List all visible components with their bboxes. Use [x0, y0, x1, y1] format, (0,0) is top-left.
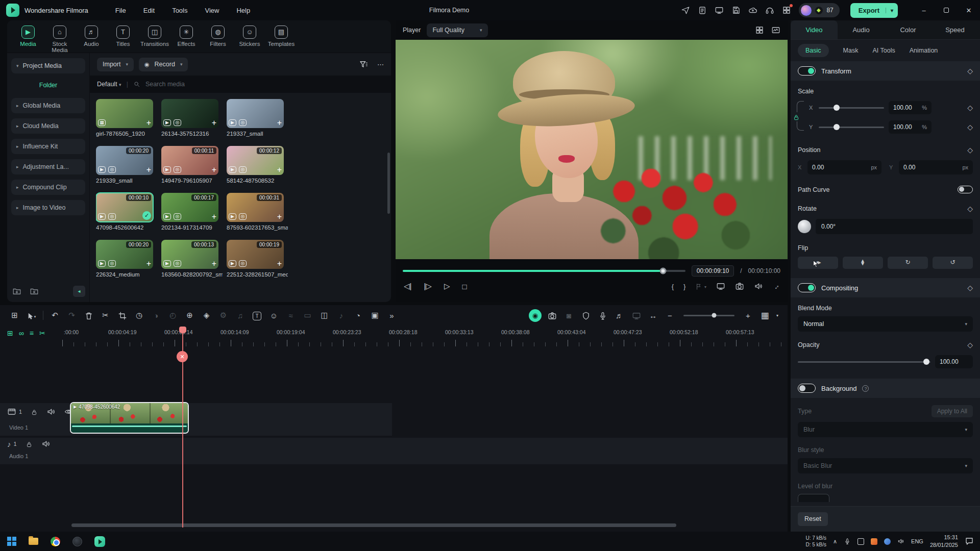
- position-y-input[interactable]: 0.00px: [899, 160, 973, 174]
- mute-track-icon[interactable]: [46, 407, 56, 416]
- tray-mic-icon[interactable]: [844, 538, 851, 545]
- menu-view[interactable]: View: [196, 7, 228, 14]
- filmora-taskbar-icon[interactable]: [94, 536, 105, 547]
- media-item[interactable]: ▶◎+ 26134-357512316: [161, 99, 227, 146]
- media-item[interactable]: ▦+ girl-7876505_1920: [96, 99, 161, 146]
- import-button[interactable]: Import▾: [97, 58, 134, 71]
- subtab-mask[interactable]: Mask: [843, 47, 859, 54]
- app-icon[interactable]: [72, 537, 82, 546]
- tray-app-icon[interactable]: [884, 538, 891, 545]
- marker-button[interactable]: ▾: [695, 282, 706, 290]
- adjust-icon[interactable]: ⚙: [215, 311, 232, 320]
- track-manager-caret-icon[interactable]: ▾: [773, 313, 781, 318]
- new-folder-icon[interactable]: [12, 287, 21, 296]
- track-manager-icon[interactable]: ▦: [756, 310, 773, 321]
- start-button[interactable]: [7, 537, 16, 546]
- subtab-basic[interactable]: Basic: [798, 44, 829, 57]
- account-badge[interactable]: 87: [799, 3, 839, 17]
- export-button[interactable]: Export▾: [850, 3, 898, 18]
- add-to-timeline-icon[interactable]: +: [212, 259, 216, 268]
- display-settings-button[interactable]: [716, 282, 725, 291]
- voice-change-icon[interactable]: ≈: [282, 311, 299, 320]
- previous-frame-button[interactable]: ◁|: [404, 282, 411, 291]
- crop-icon[interactable]: [114, 310, 131, 320]
- scale-y-slider[interactable]: [819, 127, 884, 128]
- effects-wand-icon[interactable]: ◈: [198, 311, 215, 320]
- beat-detect-icon[interactable]: ♫: [232, 311, 249, 320]
- mark-in-button[interactable]: {: [672, 283, 674, 290]
- background-help-icon[interactable]: ?: [862, 385, 869, 392]
- share-icon[interactable]: [681, 6, 690, 15]
- chrome-icon[interactable]: [51, 537, 60, 546]
- compositing-keyframe-icon[interactable]: ◇: [967, 284, 973, 292]
- media-item-selected[interactable]: 00:00:10▶◎✓ 47098-452600642: [96, 193, 161, 240]
- tab-audio[interactable]: ♬Audio: [76, 24, 107, 47]
- blend-mode-select[interactable]: Normal▾: [798, 316, 973, 332]
- current-timecode[interactable]: 00:00:09:10: [692, 265, 734, 277]
- media-item[interactable]: 00:00:12▶◎+ 58142-487508532: [227, 146, 292, 193]
- scale-lock-icon[interactable]: [793, 112, 800, 121]
- audio-track[interactable]: [0, 438, 788, 464]
- subtab-ai-tools[interactable]: AI Tools: [872, 47, 895, 54]
- scale-y-keyframe-icon[interactable]: ◇: [967, 123, 973, 131]
- rotate-right-button[interactable]: ↻: [888, 257, 928, 269]
- position-keyframe-icon[interactable]: ◇: [967, 146, 973, 154]
- video-effects-icon[interactable]: ▣: [366, 311, 383, 320]
- compositing-toggle[interactable]: [798, 283, 816, 292]
- undo-icon[interactable]: ↶: [46, 311, 63, 320]
- timeline-zoom-slider[interactable]: [683, 315, 734, 316]
- menu-tools[interactable]: Tools: [163, 7, 196, 14]
- zoom-out-icon[interactable]: −: [662, 311, 678, 320]
- tab-effects[interactable]: ✳Effects: [170, 24, 202, 47]
- quick-split-icon[interactable]: ✂: [39, 329, 45, 337]
- playhead-handle[interactable]: [179, 327, 186, 333]
- reset-button[interactable]: Reset: [798, 512, 828, 526]
- rotate-knob[interactable]: [798, 220, 811, 233]
- media-grid-scrollbar[interactable]: [387, 153, 390, 214]
- audio-denoise-icon[interactable]: ♪: [333, 311, 350, 320]
- media-item[interactable]: 00:00:20▶◎+ 219339_small: [96, 146, 161, 193]
- media-item[interactable]: 00:00:19▶◎+ 22512-328261507_med...: [227, 240, 292, 287]
- tab-color[interactable]: Color: [885, 20, 932, 39]
- menu-help[interactable]: Help: [228, 7, 259, 14]
- tray-volume-icon[interactable]: [897, 538, 904, 545]
- sidebar-item-global-media[interactable]: ▸Global Media: [11, 98, 85, 113]
- volume-button[interactable]: [754, 282, 763, 291]
- video-preview[interactable]: [396, 40, 788, 259]
- add-to-timeline-icon[interactable]: +: [277, 165, 282, 174]
- collapse-sidebar-button[interactable]: ◂: [73, 286, 85, 297]
- stop-button[interactable]: □: [462, 282, 467, 291]
- ai-audio-icon[interactable]: ◔: [350, 311, 366, 320]
- flip-vertical-button[interactable]: ◂▸: [843, 257, 883, 269]
- add-to-timeline-icon[interactable]: +: [277, 118, 282, 128]
- tab-media[interactable]: ▶Media: [12, 24, 44, 47]
- select-tool-icon[interactable]: ▾: [23, 311, 40, 319]
- tray-app-icon[interactable]: [857, 538, 864, 545]
- add-marker-icon[interactable]: ⊞: [7, 329, 13, 337]
- add-to-timeline-icon[interactable]: +: [212, 118, 216, 128]
- delete-icon[interactable]: [80, 310, 97, 320]
- fullscreen-button[interactable]: ↔: [771, 281, 781, 291]
- mark-icon[interactable]: [577, 310, 594, 320]
- more-options-icon[interactable]: ⋯: [377, 61, 384, 68]
- speed-icon[interactable]: ◷: [131, 311, 148, 320]
- zoom-in-icon[interactable]: +: [740, 311, 756, 320]
- media-item[interactable]: 00:00:17▶◎+ 202134-917314709: [161, 193, 227, 240]
- tray-app-icon[interactable]: [871, 538, 877, 545]
- duration-icon[interactable]: ◴: [164, 311, 181, 320]
- device-preview-icon[interactable]: [628, 310, 645, 320]
- link-clips-icon[interactable]: ∞: [19, 329, 24, 337]
- tab-transitions[interactable]: ◫Transitions: [139, 24, 170, 47]
- tab-stickers[interactable]: ☺Stickers: [234, 24, 265, 47]
- playhead-split-badge[interactable]: ✕: [177, 351, 188, 362]
- lock-track-icon[interactable]: [31, 408, 38, 416]
- opacity-keyframe-icon[interactable]: ◇: [967, 341, 973, 349]
- stabilize-icon[interactable]: ▭: [299, 311, 316, 320]
- text-tool-icon[interactable]: T: [249, 311, 265, 320]
- notification-center-icon[interactable]: [965, 537, 974, 546]
- sidebar-item-cloud-media[interactable]: ▸Cloud Media: [11, 118, 85, 134]
- filter-icon[interactable]: [359, 60, 368, 69]
- mute-track-icon[interactable]: [41, 439, 51, 448]
- play-button[interactable]: ▷: [444, 282, 450, 291]
- task-list-icon[interactable]: [698, 6, 707, 15]
